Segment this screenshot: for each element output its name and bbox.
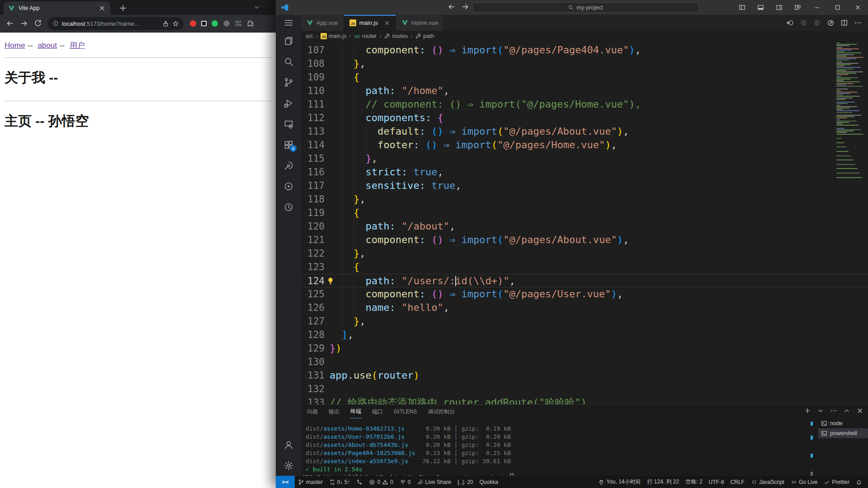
site-info-icon[interactable] [52, 20, 59, 27]
command-center-search[interactable]: my-project [472, 2, 698, 13]
panel-tab-5[interactable]: 调试控制台 [427, 405, 455, 418]
line-number[interactable]: 129 [301, 342, 325, 355]
line-number[interactable]: 124 [301, 274, 325, 288]
minimap[interactable] [835, 42, 865, 187]
status-problems[interactable]: 00 [366, 476, 396, 488]
line-number[interactable]: 128 [301, 328, 325, 342]
status-git-branch[interactable]: master [295, 476, 326, 488]
status-git-sync[interactable]: 0↓ 5↑ [326, 476, 354, 488]
new-tab-button[interactable] [118, 4, 127, 13]
remote-indicator[interactable]: >< [276, 476, 295, 488]
code-line-117[interactable]: 117 sensitive: true, [301, 179, 868, 192]
code-line-119[interactable]: 119 { [301, 206, 868, 220]
sidebar-item-files[interactable] [276, 30, 301, 51]
tab-main-js[interactable]: JSmain.js [344, 15, 396, 31]
maximize-button[interactable] [834, 4, 841, 11]
code-line-118[interactable]: 118 }, [301, 192, 868, 206]
sidebar-item-liveshare[interactable] [276, 155, 301, 176]
line-number[interactable]: 113 [301, 125, 325, 138]
terminal-shell-node[interactable]: node [818, 418, 868, 428]
circle-left-icon[interactable] [800, 19, 807, 27]
status-notifications[interactable] [853, 479, 865, 485]
sidebar-item-extensions[interactable]: 2 [276, 134, 301, 155]
sidebar-item-remote[interactable] [276, 113, 301, 134]
forward-button[interactable] [20, 19, 28, 28]
line-number[interactable]: 112 [301, 111, 325, 125]
nav-back-icon[interactable] [448, 3, 456, 11]
line-number[interactable]: 119 [301, 206, 325, 220]
code-line-129[interactable]: 129}) [301, 342, 868, 355]
sidebar-item-gear[interactable] [276, 455, 301, 476]
status-bracket-count[interactable]: {..}: 20 [454, 476, 476, 488]
code-line-111[interactable]: 111 // component: () ⇒ import("@/pages/H… [301, 98, 868, 111]
status-live-share[interactable]: Live Share [414, 476, 454, 488]
address-bar[interactable]: localhost:5173/home?name... [48, 17, 184, 30]
code-line-110[interactable]: 110 path: "/home", [301, 84, 868, 98]
bookmark-star-icon[interactable] [172, 20, 179, 27]
code-line-120[interactable]: 120 path: "/about", [301, 220, 868, 233]
status-quokka[interactable]: Quokka [476, 476, 501, 488]
panel-tab-2[interactable]: 终端 [350, 405, 362, 418]
close-window-button[interactable] [854, 4, 861, 11]
tab-search-chevron-icon[interactable] [253, 4, 260, 11]
code-line-116[interactable]: 116 strict: true, [301, 165, 868, 179]
code-line-125[interactable]: 125 component: () ⇒ import("@/pages/User… [301, 287, 868, 301]
sidebar-item-clock[interactable] [276, 197, 301, 217]
nav-back-icon[interactable] [786, 19, 794, 27]
status-gitlens[interactable] [353, 476, 366, 488]
line-number[interactable]: 110 [301, 84, 325, 98]
code-line-108[interactable]: 108 }, [301, 57, 868, 70]
toggle-secondary-sidebar-icon[interactable] [776, 4, 783, 11]
line-number[interactable]: 116 [301, 165, 325, 179]
sidebar-item-account[interactable] [276, 434, 301, 455]
line-number[interactable]: 109 [301, 70, 325, 84]
line-number[interactable]: 123 [301, 260, 325, 274]
breadcrumb-router[interactable]: [@]router [354, 33, 377, 39]
code-line-109[interactable]: 109 { [301, 70, 868, 84]
tab-app-vue[interactable]: App.vue [301, 15, 344, 31]
chev-down-icon[interactable] [817, 407, 824, 414]
ellipsis-icon[interactable] [854, 19, 862, 27]
vscode-logo-icon[interactable] [281, 3, 289, 12]
panel-tab-1[interactable]: 输出 [328, 405, 340, 418]
puzzle-extensions-icon[interactable] [247, 20, 254, 27]
code-line-107[interactable]: 107 component: () ⇒ import("@/pages/Page… [301, 43, 868, 57]
status-eol[interactable]: CRLF [727, 479, 748, 485]
line-number[interactable]: 132 [301, 382, 325, 396]
panel-tab-3[interactable]: 端口 [372, 405, 383, 418]
sidebar-item-branch[interactable] [276, 72, 301, 93]
terminal-shell-powershell[interactable]: powershell [818, 428, 868, 438]
code-line-121[interactable]: 121 component: () ⇒ import("@/pages/Abou… [301, 233, 868, 247]
sidebar-item-debug[interactable] [276, 93, 301, 113]
line-number[interactable]: 120 [301, 220, 325, 233]
record-extension-icon[interactable] [190, 20, 196, 27]
line-number[interactable]: 121 [301, 233, 325, 247]
code-line-113[interactable]: 113 default: () ⇒ import("@/pages/About.… [301, 125, 868, 138]
toggle-panel-icon[interactable] [757, 4, 764, 11]
code-line-128[interactable]: 128 ], [301, 328, 868, 342]
capture-extension-icon[interactable] [201, 21, 207, 26]
code-line-132[interactable]: 132 [301, 382, 868, 396]
code-line-123[interactable]: 123 { [301, 260, 868, 274]
nav-link-users[interactable]: 用户 [70, 41, 85, 50]
share-icon[interactable] [162, 20, 169, 27]
code-editor[interactable]: 106 path: "/:pathMatch(.*)*",107 compone… [301, 42, 868, 404]
close-icon[interactable] [856, 407, 863, 414]
breadcrumb-src[interactable]: src [306, 33, 313, 39]
code-line-124[interactable]: 124 path: "/users/:id(\\d+)", [301, 274, 868, 287]
breadcrumb-path[interactable]: path [415, 33, 434, 39]
browser-tab[interactable]: Vite App [4, 1, 110, 15]
line-number[interactable]: 131 [301, 369, 325, 382]
status-language-mode[interactable]: {}JavaScript [748, 479, 788, 485]
line-number[interactable]: 111 [301, 98, 325, 111]
terminal-output[interactable]: dist/assets/Home-83462713.js 0.20 kB │ g… [306, 425, 514, 482]
circle-right-icon[interactable] [813, 19, 821, 27]
chev-up-icon[interactable] [843, 407, 850, 414]
target-extension-icon[interactable] [223, 20, 230, 27]
breadcrumb-main-js[interactable]: JSmain.js [321, 33, 347, 39]
plus-icon[interactable] [804, 407, 811, 414]
code-line-115[interactable]: 115 }, [301, 152, 868, 165]
line-number[interactable]: 130 [301, 355, 325, 369]
getcrx-extension[interactable]: GETCRX [235, 20, 242, 27]
line-number[interactable]: 108 [301, 57, 325, 70]
